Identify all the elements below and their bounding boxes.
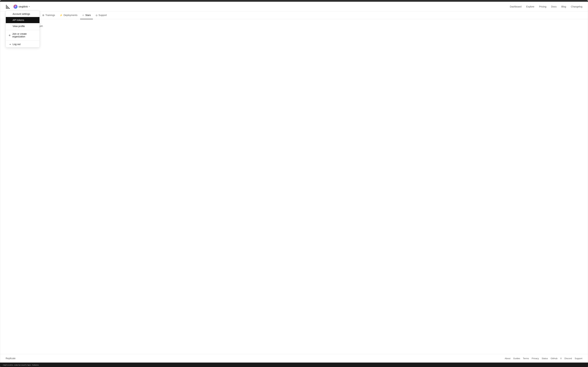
footer-discord[interactable]: Discord	[564, 357, 572, 360]
dropdown-view-profile[interactable]: View profile	[6, 23, 40, 29]
dropdown-divider-2	[6, 40, 40, 41]
app-wrapper: S siegblink ▾ Dashboard Explore Pricing …	[0, 2, 588, 363]
support-icon: ◎	[96, 14, 98, 17]
dropdown-divider	[6, 30, 40, 30]
svg-rect-4	[7, 7, 8, 8]
svg-rect-1	[6, 6, 7, 7]
footer-privacy[interactable]: Privacy	[532, 357, 539, 360]
footer-terms[interactable]: Terms	[523, 357, 529, 360]
svg-rect-8	[8, 8, 9, 9]
nav-changelog[interactable]: Changelog	[571, 5, 582, 8]
dropdown-log-out[interactable]: ⇥ Log out	[6, 41, 40, 47]
footer-github[interactable]: GitHub	[551, 357, 557, 360]
logout-icon: ⇥	[8, 43, 11, 46]
avatar: S	[13, 5, 17, 9]
nav-explore[interactable]: Explore	[526, 5, 534, 8]
dropdown-join-org[interactable]: ⊕ Join or create organization	[6, 31, 40, 40]
tab-deployments[interactable]: ⚡ Deployments	[58, 11, 79, 19]
tab-stars[interactable]: ☆ Stars	[80, 11, 93, 19]
nav-docs[interactable]: Docs	[551, 5, 556, 8]
nav-pricing[interactable]: Pricing	[539, 5, 546, 8]
svg-rect-5	[8, 7, 9, 8]
svg-rect-7	[7, 8, 8, 9]
replicate-logo[interactable]	[6, 4, 10, 9]
tab-trainings[interactable]: ⊞ Trainings	[40, 11, 57, 19]
svg-rect-6	[6, 8, 7, 9]
footer: Replicate About Guides Terms Privacy Sta…	[0, 354, 588, 362]
footer-links: About Guides Terms Privacy Status GitHub…	[505, 357, 582, 360]
nav-blog[interactable]: Blog	[561, 5, 566, 8]
svg-rect-9	[9, 8, 10, 9]
chevron-down-icon: ▾	[29, 6, 30, 8]
footer-guides[interactable]: Guides	[513, 357, 520, 360]
deployments-icon: ⚡	[60, 14, 62, 17]
header-nav: Dashboard Explore Pricing Docs Blog Chan…	[510, 5, 582, 8]
footer-x[interactable]: X	[560, 357, 562, 360]
footer-brand: Replicate	[6, 357, 16, 360]
dropdown-account-settings[interactable]: Account settings	[6, 11, 40, 17]
user-dropdown-menu: Account settings API tokens View profile…	[6, 11, 40, 47]
footer-status[interactable]: Status	[542, 357, 548, 360]
svg-rect-3	[6, 7, 7, 8]
stars-icon: ☆	[82, 14, 84, 17]
nav-dashboard[interactable]: Dashboard	[510, 5, 522, 8]
sub-nav: ⊟ Models ✦ Predictions ⊞ Trainings ⚡ Dep…	[0, 11, 588, 19]
footer-support[interactable]: Support	[575, 357, 582, 360]
svg-rect-2	[7, 6, 8, 7]
org-icon: ⊕	[8, 34, 11, 37]
status-url: replicate.com/account/api-tokens	[3, 364, 39, 366]
svg-rect-0	[6, 5, 7, 6]
header-left: S siegblink ▾	[6, 4, 31, 9]
header: S siegblink ▾ Dashboard Explore Pricing …	[0, 2, 588, 11]
tab-support[interactable]: ◎ Support	[93, 11, 109, 19]
trainings-icon: ⊞	[42, 14, 44, 17]
main-content: You haven't starred any models yet.	[0, 19, 588, 354]
username-label: siegblink	[18, 5, 28, 8]
empty-state-text: You haven't starred any models yet.	[6, 25, 582, 27]
window-chrome	[0, 0, 588, 2]
status-bar: replicate.com/account/api-tokens	[0, 363, 588, 367]
dropdown-api-tokens[interactable]: API tokens	[6, 17, 40, 23]
user-menu-button[interactable]: S siegblink ▾	[12, 4, 31, 9]
footer-about[interactable]: About	[505, 357, 510, 360]
